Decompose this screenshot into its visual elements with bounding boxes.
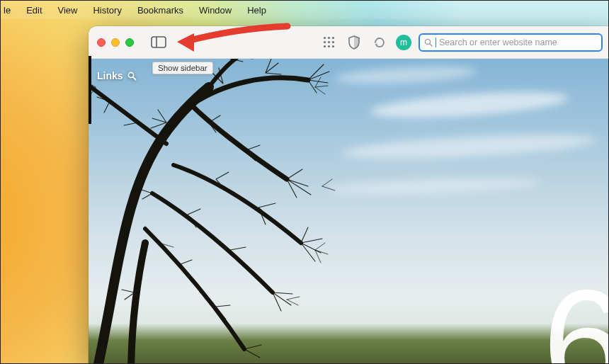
text-cursor: [436, 38, 436, 47]
show-sidebar-button[interactable]: [149, 34, 168, 51]
svg-point-10: [331, 45, 334, 47]
search-icon: [127, 72, 137, 81]
fullscreen-window-button[interactable]: [125, 38, 134, 47]
privacy-report-button[interactable]: [345, 34, 363, 51]
weather-temperature: 6: [542, 268, 609, 364]
grid-icon: [323, 36, 335, 48]
background-window-edge: [89, 56, 91, 124]
svg-point-4: [331, 37, 334, 39]
svg-rect-0: [152, 37, 166, 47]
menu-item[interactable]: Window: [199, 5, 232, 16]
links-section-header[interactable]: Links: [97, 70, 137, 81]
avatar-letter: m: [400, 38, 407, 47]
svg-line-12: [430, 44, 432, 46]
start-page: Links 6: [89, 59, 609, 364]
profile-avatar[interactable]: m: [396, 35, 411, 50]
shield-icon: [348, 35, 360, 50]
browser-toolbar: m Search or enter website name: [89, 26, 609, 59]
reload-icon: [373, 36, 386, 49]
links-label-text: Links: [97, 70, 123, 81]
search-icon: [424, 38, 433, 47]
menu-item[interactable]: le: [4, 5, 11, 16]
svg-point-8: [323, 45, 325, 47]
svg-point-2: [323, 37, 325, 39]
address-search-field[interactable]: Search or enter website name: [419, 33, 603, 52]
svg-point-6: [327, 41, 329, 43]
svg-point-5: [323, 41, 325, 43]
tree-silhouette: [89, 59, 379, 364]
menu-item[interactable]: Edit: [26, 5, 42, 16]
start-page-grid-button[interactable]: [319, 34, 338, 51]
svg-point-7: [331, 41, 334, 43]
svg-point-3: [327, 37, 329, 39]
system-menubar: le Edit View History Bookmarks Window He…: [1, 1, 608, 19]
sidebar-tooltip: Show sidebar: [152, 62, 213, 74]
reload-button[interactable]: [370, 34, 389, 51]
menu-item[interactable]: Bookmarks: [137, 5, 183, 16]
window-controls: [97, 38, 134, 47]
close-window-button[interactable]: [97, 38, 106, 47]
menu-item[interactable]: History: [93, 5, 121, 16]
sidebar-icon: [151, 36, 166, 48]
browser-window: m Search or enter website name Show side…: [89, 26, 609, 364]
svg-line-14: [133, 77, 136, 80]
minimize-window-button[interactable]: [111, 38, 120, 47]
menu-item[interactable]: View: [58, 5, 78, 16]
svg-point-9: [327, 45, 329, 47]
menu-item[interactable]: Help: [247, 5, 266, 16]
search-placeholder: Search or enter website name: [439, 38, 557, 47]
